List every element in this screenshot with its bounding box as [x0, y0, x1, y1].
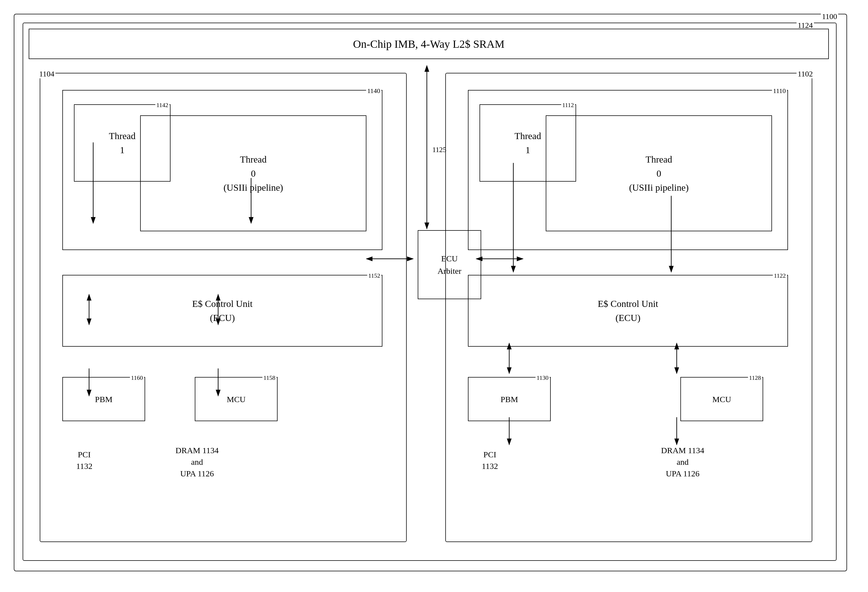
box-onchip: On-Chip IMB, 4-Way L2$ SRAM: [29, 29, 829, 59]
label-mcu-right: 1128: [748, 374, 762, 381]
box-1100: 1100 1124 On-Chip IMB, 4-Way L2$ SRAM 11…: [14, 14, 847, 571]
mcu-text-left: MCU: [227, 393, 245, 405]
ecu-text-left: E$ Control Unit(ECU): [192, 297, 252, 325]
thread0-text-left: Thread0(USIIi pipeline): [223, 152, 283, 195]
label-1104: 1104: [38, 69, 55, 78]
thread1-text-left: Thread1: [109, 129, 136, 157]
label-mcu-left: 1158: [263, 374, 276, 381]
box-1124: 1124 On-Chip IMB, 4-Way L2$ SRAM 1104 11…: [23, 23, 837, 561]
box-1104: 1104 1140 1142 Thread1 Thread0(USIIi pip…: [40, 73, 407, 542]
box-ecu-right: 1122 E$ Control Unit(ECU): [468, 275, 788, 347]
label-1110: 1110: [772, 87, 787, 94]
arbiter-text: ECUArbiter: [438, 252, 462, 277]
pci-label-right: PCI1132: [482, 449, 498, 472]
pbm-text-right: PBM: [500, 393, 518, 405]
label-1102: 1102: [797, 69, 814, 78]
box-ecu-left: 1152 E$ Control Unit(ECU): [62, 275, 382, 347]
label-pbm-right: 1130: [536, 374, 550, 381]
label-1112: 1112: [561, 102, 575, 109]
box-mcu-left: 1158 MCU: [195, 377, 278, 421]
label-1100: 1100: [821, 12, 838, 21]
box-1110-right: 1110 1112 Thread1 Thread0(USIIi pipeline…: [468, 90, 788, 250]
box-pbm-right: 1130 PBM: [468, 377, 551, 421]
label-pbm-left: 1160: [130, 374, 144, 381]
box-thread0-right: Thread0(USIIi pipeline): [546, 115, 772, 231]
box-1140-left: 1140 1142 Thread1 Thread0(USIIi pipeline…: [62, 90, 382, 250]
pbm-text-left: PBM: [95, 393, 112, 405]
thread1-text-right: Thread1: [515, 129, 541, 157]
box-arbiter: ECUArbiter: [418, 230, 481, 299]
mcu-text-right: MCU: [712, 393, 731, 405]
dram-label-right: DRAM 1134andUPA 1126: [661, 444, 704, 480]
label-ecu-right: 1122: [773, 272, 787, 279]
box-pbm-left: 1160 PBM: [62, 377, 145, 421]
label-ecu-left: 1152: [367, 272, 381, 279]
box-1102: 1102 1110 1112 Thread1 Thread0(USIIi pip…: [445, 73, 812, 542]
box-mcu-right: 1128 MCU: [681, 377, 763, 421]
pci-label-left: PCI1132: [76, 449, 92, 472]
thread0-text-right: Thread0(USIIi pipeline): [629, 152, 689, 195]
ecu-text-right: E$ Control Unit(ECU): [598, 297, 658, 325]
label-1140: 1140: [366, 87, 381, 94]
diagram-container: 1100 1124 On-Chip IMB, 4-Way L2$ SRAM 11…: [11, 11, 855, 580]
onchip-label: On-Chip IMB, 4-Way L2$ SRAM: [353, 37, 504, 50]
box-thread0-left: Thread0(USIIi pipeline): [140, 115, 366, 231]
label-1142: 1142: [155, 102, 170, 109]
dram-label-left: DRAM 1134andUPA 1126: [176, 444, 218, 480]
svg-text:1125: 1125: [433, 146, 446, 154]
